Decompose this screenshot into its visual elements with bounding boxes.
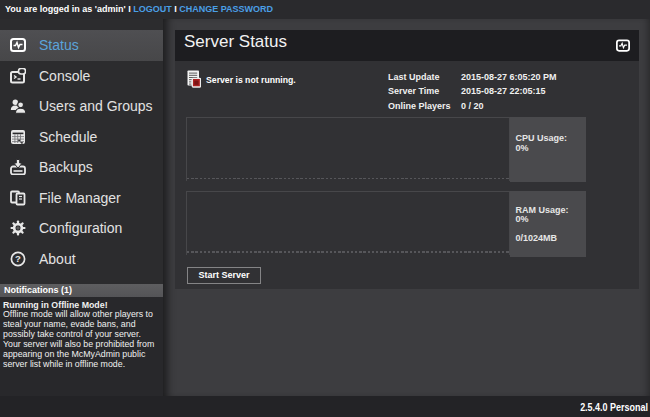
svg-text:?: ? [15,253,21,264]
